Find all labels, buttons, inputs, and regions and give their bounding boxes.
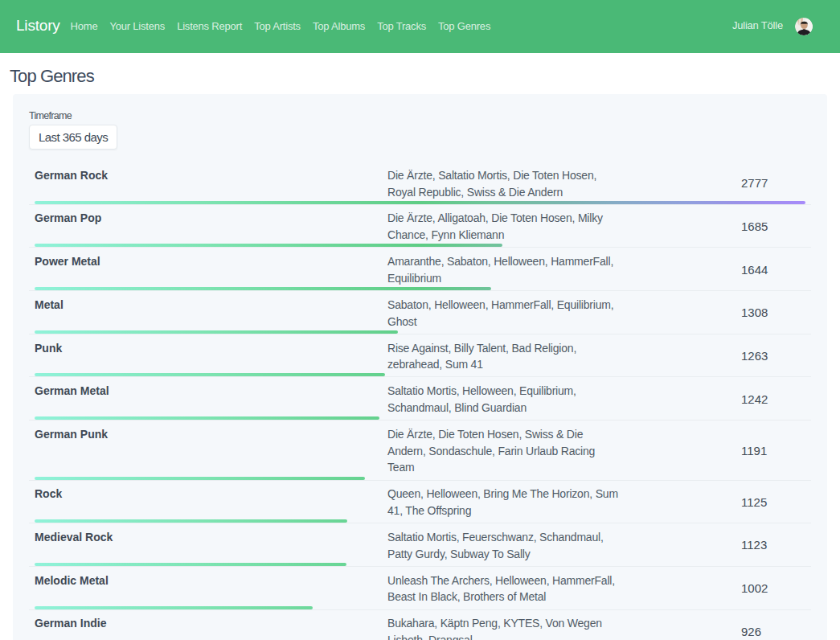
genre-top-artists: Die Ärzte, Saltatio Mortis, Die Toten Ho… — [382, 167, 736, 201]
genre-bar — [35, 373, 385, 376]
genre-name: German Punk — [29, 426, 382, 476]
genre-listen-count: 1191 — [736, 426, 811, 476]
genre-row: Medieval RockSaltatio Mortis, Feuerschwa… — [29, 523, 811, 567]
genre-table: German RockDie Ärzte, Saltatio Mortis, D… — [29, 162, 811, 640]
genre-bar-track — [35, 563, 805, 566]
nav-item: Your Listens — [104, 19, 171, 34]
genre-bar — [35, 477, 365, 480]
page-body: Top Genres Timeframe Last 365 days Germa… — [0, 67, 840, 640]
genre-listen-count: 1263 — [736, 340, 811, 374]
genre-name: German Indie — [29, 615, 382, 640]
genre-listen-count: 926 — [736, 615, 811, 640]
nav-item: Top Albums — [306, 19, 371, 34]
genre-bar-track — [35, 519, 805, 523]
genre-bar — [35, 563, 346, 566]
genre-top-artists: Bukahara, Käptn Peng, KYTES, Von Wegen L… — [382, 615, 736, 640]
genre-listen-count: 1002 — [736, 572, 811, 606]
genre-row: German MetalSaltatio Mortis, Helloween, … — [29, 377, 811, 421]
genre-name: German Metal — [29, 383, 382, 416]
navbar: Listory HomeYour ListensListens ReportTo… — [0, 0, 840, 53]
genre-top-artists: Queen, Helloween, Bring Me The Horizon, … — [382, 486, 736, 519]
genre-name: Metal — [29, 297, 382, 330]
genre-row: German PunkDie Ärzte, Die Toten Hosen, S… — [29, 421, 811, 480]
genre-bar-track — [35, 477, 805, 480]
genre-top-artists-text: Bukahara, Käptn Peng, KYTES, Von Wegen L… — [387, 615, 621, 640]
genre-bar-track — [35, 330, 805, 334]
genre-top-artists-text: Amaranthe, Sabaton, Helloween, HammerFal… — [387, 253, 621, 287]
brand-logo[interactable]: Listory — [16, 17, 60, 35]
genre-bar-track — [35, 416, 805, 420]
genre-name: German Pop — [29, 210, 382, 244]
genre-top-artists: Rise Against, Billy Talent, Bad Religion… — [382, 340, 736, 374]
genre-top-artists: Die Ärzte, Alligatoah, Die Toten Hosen, … — [382, 210, 736, 244]
nav-item: Top Genres — [432, 19, 497, 34]
genre-bar — [35, 606, 313, 609]
genre-row: Power MetalAmaranthe, Sabaton, Helloween… — [29, 248, 811, 291]
top-genres-card: Timeframe Last 365 days German RockDie Ä… — [13, 94, 827, 640]
genre-bar-track — [35, 287, 805, 290]
genre-top-artists: Sabaton, Helloween, HammerFall, Equilibr… — [382, 297, 736, 330]
genre-row: German RockDie Ärzte, Saltatio Mortis, D… — [29, 162, 811, 205]
nav-item-top-albums[interactable]: Top Albums — [306, 14, 371, 39]
genre-bar-track — [35, 244, 805, 247]
genre-top-artists: Saltatio Mortis, Helloween, Equilibrium,… — [382, 383, 736, 416]
genre-top-artists-text: Sabaton, Helloween, HammerFall, Equilibr… — [387, 297, 621, 330]
genre-listen-count: 1123 — [736, 529, 811, 563]
genre-top-artists-text: Rise Against, Billy Talent, Bad Religion… — [387, 340, 621, 374]
genre-bar — [35, 201, 805, 204]
genre-listen-count: 1242 — [736, 383, 811, 416]
genre-row: Melodic MetalUnleash The Archers, Hellow… — [29, 567, 811, 610]
page-title: Top Genres — [10, 67, 827, 86]
nav-item: Top Artists — [248, 19, 307, 34]
genre-row: German PopDie Ärzte, Alligatoah, Die Tot… — [29, 205, 811, 248]
nav-item-top-tracks[interactable]: Top Tracks — [371, 14, 432, 39]
nav-item: Listens Report — [171, 19, 248, 34]
genre-name: Power Metal — [29, 253, 382, 287]
genre-name: Rock — [29, 486, 382, 519]
nav-links: HomeYour ListensListens ReportTop Artist… — [64, 19, 497, 34]
genre-listen-count: 1685 — [736, 210, 811, 244]
card-wrap: Timeframe Last 365 days German RockDie Ä… — [0, 94, 840, 640]
nav-item-home[interactable]: Home — [64, 14, 104, 39]
nav-item: Top Tracks — [371, 19, 432, 34]
genre-bar — [35, 330, 398, 334]
nav-item-top-artists[interactable]: Top Artists — [248, 14, 307, 39]
genre-top-artists-text: Die Ärzte, Saltatio Mortis, Die Toten Ho… — [387, 167, 621, 201]
genre-name: Medieval Rock — [29, 529, 382, 563]
genre-top-artists: Saltatio Mortis, Feuerschwanz, Schandmau… — [382, 529, 736, 563]
genre-row: German IndieBukahara, Käptn Peng, KYTES,… — [29, 610, 811, 640]
genre-bar-track — [35, 373, 805, 376]
genre-top-artists-text: Unleash The Archers, Helloween, HammerFa… — [387, 572, 621, 606]
genre-top-artists-text: Die Ärzte, Die Toten Hosen, Swiss & Die … — [387, 426, 621, 476]
genre-top-artists: Die Ärzte, Die Toten Hosen, Swiss & Die … — [382, 426, 736, 476]
user-avatar[interactable] — [795, 18, 813, 35]
timeframe-select[interactable]: Last 365 days — [29, 125, 117, 150]
genre-top-artists: Unleash The Archers, Helloween, HammerFa… — [382, 572, 736, 606]
nav-item-listens-report[interactable]: Listens Report — [171, 14, 248, 39]
genre-row: MetalSabaton, Helloween, HammerFall, Equ… — [29, 291, 811, 334]
genre-top-artists-text: Die Ärzte, Alligatoah, Die Toten Hosen, … — [387, 210, 621, 244]
nav-item-top-genres[interactable]: Top Genres — [432, 14, 497, 39]
genre-bar — [35, 287, 491, 290]
nav-item-your-listens[interactable]: Your Listens — [104, 14, 171, 39]
genre-listen-count: 1644 — [736, 253, 811, 287]
genre-name: German Rock — [29, 167, 382, 201]
genre-bar — [35, 244, 502, 247]
genre-bar-track — [35, 606, 805, 609]
nav-item: Home — [64, 19, 104, 34]
timeframe-label: Timeframe — [29, 110, 811, 122]
genre-row: RockQueen, Helloween, Bring Me The Horiz… — [29, 481, 811, 524]
genre-name: Melodic Metal — [29, 572, 382, 606]
avatar-image — [795, 18, 813, 35]
user-menu[interactable]: Julian Tölle — [732, 19, 783, 31]
genre-bar-track — [35, 201, 805, 204]
genre-top-artists-text: Queen, Helloween, Bring Me The Horizon, … — [387, 486, 621, 519]
genre-listen-count: 1308 — [736, 297, 811, 330]
genre-row: PunkRise Against, Billy Talent, Bad Reli… — [29, 334, 811, 378]
genre-top-artists-text: Saltatio Mortis, Feuerschwanz, Schandmau… — [387, 529, 621, 563]
genre-bar — [35, 519, 347, 523]
genre-name: Punk — [29, 340, 382, 374]
genre-top-artists: Amaranthe, Sabaton, Helloween, HammerFal… — [382, 253, 736, 287]
genre-bar — [35, 416, 379, 420]
genre-listen-count: 1125 — [736, 486, 811, 519]
